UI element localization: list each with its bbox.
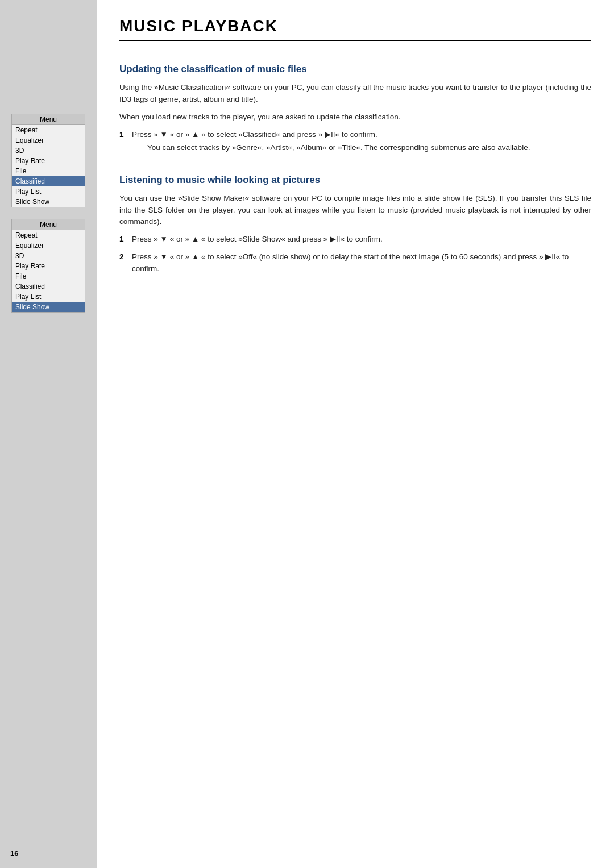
page: Menu Repeat Equalizer 3D Play Rate File … xyxy=(0,0,614,868)
step2-1-content: Press » ▼ « or » ▲ « to select »Slide Sh… xyxy=(132,234,591,246)
section1-steps: 1 Press » ▼ « or » ▲ « to select »Classi… xyxy=(119,129,591,154)
section-classification: Updating the classification of music fil… xyxy=(119,64,591,154)
step2-1-num: 1 xyxy=(119,234,132,246)
step2-2-text: Press » ▼ « or » ▲ « to select »Off« (no… xyxy=(132,252,569,273)
step1-text: Press » ▼ « or » ▲ « to select »Classifi… xyxy=(132,130,377,139)
section2-title: Listening to music while looking at pict… xyxy=(119,175,591,186)
menu-item-3d-1: 3D xyxy=(12,146,85,156)
step2-2-content: Press » ▼ « or » ▲ « to select »Off« (no… xyxy=(132,251,591,275)
step2-1-text: Press » ▼ « or » ▲ « to select »Slide Sh… xyxy=(132,235,383,243)
section1-intro2: When you load new tracks to the player, … xyxy=(119,111,591,123)
section2-step2: 2 Press » ▼ « or » ▲ « to select »Off« (… xyxy=(119,251,591,275)
menu-item-file-1: File xyxy=(12,166,85,176)
main-content: MUSIC PLAYBACK Updating the classificati… xyxy=(97,0,614,868)
menu-item-playlist-1: Play List xyxy=(12,186,85,197)
menu-item-playrate-2: Play Rate xyxy=(12,261,85,271)
menu-item-3d-2: 3D xyxy=(12,251,85,261)
menu-item-repeat-2: Repeat xyxy=(12,230,85,240)
step1-content: Press » ▼ « or » ▲ « to select »Classifi… xyxy=(132,129,591,154)
menu-item-equalizer-2: Equalizer xyxy=(12,240,85,251)
step1-num: 1 xyxy=(119,129,132,154)
page-number: 16 xyxy=(10,849,18,858)
menu-item-classified-2: Classified xyxy=(12,281,85,292)
menu-item-slideshow-1: Slide Show xyxy=(12,197,85,207)
section2-intro: You can use the »Slide Show Maker« softw… xyxy=(119,193,591,229)
section1-intro1: Using the »Music Classification« softwar… xyxy=(119,82,591,106)
step2-2-num: 2 xyxy=(119,251,132,275)
step1-sub: – You can select tracks by »Genre«, »Art… xyxy=(132,142,591,154)
left-sidebar: Menu Repeat Equalizer 3D Play Rate File … xyxy=(0,0,97,868)
menu-item-repeat-1: Repeat xyxy=(12,125,85,135)
menu-box-2: Menu Repeat Equalizer 3D Play Rate File … xyxy=(11,219,85,313)
menu-item-equalizer-1: Equalizer xyxy=(12,135,85,146)
menu-item-playlist-2: Play List xyxy=(12,292,85,302)
section2-step1: 1 Press » ▼ « or » ▲ « to select »Slide … xyxy=(119,234,591,246)
section1-title: Updating the classification of music fil… xyxy=(119,64,591,75)
menu-item-playrate-1: Play Rate xyxy=(12,156,85,166)
page-title: MUSIC PLAYBACK xyxy=(119,17,591,41)
menu-box-1: Menu Repeat Equalizer 3D Play Rate File … xyxy=(11,114,85,207)
section-slideshow: Listening to music while looking at pict… xyxy=(119,175,591,276)
menu-title-2: Menu xyxy=(12,219,85,230)
menu-title-1: Menu xyxy=(12,114,85,125)
menu-item-file-2: File xyxy=(12,271,85,281)
menu-item-classified-1[interactable]: Classified xyxy=(12,176,85,186)
section2-steps: 1 Press » ▼ « or » ▲ « to select »Slide … xyxy=(119,234,591,275)
menu-item-slideshow-2[interactable]: Slide Show xyxy=(12,302,85,312)
section1-step1: 1 Press » ▼ « or » ▲ « to select »Classi… xyxy=(119,129,591,154)
